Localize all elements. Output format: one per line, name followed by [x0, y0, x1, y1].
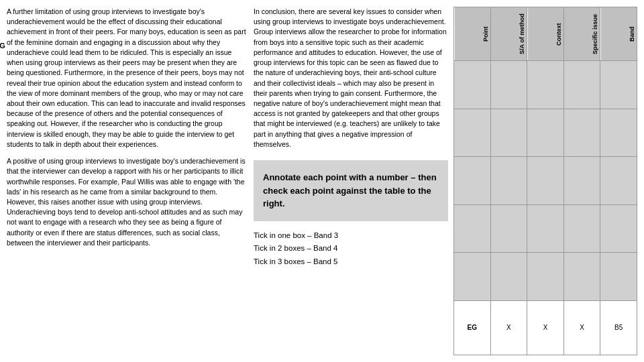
left-paragraph-1: A further limitation of using group inte… — [7, 7, 248, 149]
left-text: A further limitation of using group inte… — [7, 7, 248, 255]
table-row — [454, 204, 637, 253]
cell — [564, 253, 600, 301]
col-header-context: Context — [527, 7, 564, 61]
eg-row-band: B5 — [600, 300, 637, 355]
tick-info: Tick in one box – Band 3 Tick in 2 boxes… — [254, 229, 448, 269]
cell — [527, 253, 564, 301]
cell — [564, 204, 600, 253]
cell — [600, 204, 637, 253]
cell — [454, 109, 491, 157]
cell — [490, 204, 527, 253]
table-row — [454, 253, 637, 301]
tick-line-2: Tick in 2 boxes – Band 4 — [254, 242, 448, 255]
cell — [564, 61, 600, 109]
cell — [564, 157, 600, 205]
col-header-specific: Specific issue — [564, 7, 600, 61]
table-eg-row: EG X X X B5 — [454, 300, 637, 355]
cell — [454, 61, 491, 109]
main-container: EG A further limitation of using group i… — [0, 0, 644, 362]
table-row — [454, 109, 637, 157]
cell — [527, 157, 564, 205]
middle-column: In conclusion, there are several key iss… — [254, 7, 448, 355]
eg-row-method: X — [490, 300, 527, 355]
cell — [527, 61, 564, 109]
eg-label: EG — [0, 42, 5, 50]
right-column: Point S/A of method Context Specific iss… — [453, 7, 637, 355]
cell — [600, 157, 637, 205]
col-header-point: Point — [454, 7, 491, 61]
cell — [564, 109, 600, 157]
cell — [527, 109, 564, 157]
cell — [454, 157, 491, 205]
eg-row-label: EG — [454, 300, 491, 355]
col-header-method: S/A of method — [490, 7, 527, 61]
table-row — [454, 61, 637, 109]
tick-line-3: Tick in 3 boxes – Band 5 — [254, 255, 448, 269]
table-header-row: Point S/A of method Context Specific iss… — [454, 7, 637, 61]
cell — [600, 109, 637, 157]
cell — [490, 109, 527, 157]
cell — [490, 253, 527, 301]
cell — [600, 61, 637, 109]
cell — [490, 157, 527, 205]
cell — [527, 204, 564, 253]
cell — [454, 204, 491, 253]
cell — [600, 253, 637, 301]
grading-table: Point S/A of method Context Specific iss… — [453, 7, 637, 355]
eg-row-context: X — [527, 300, 564, 355]
table-row — [454, 157, 637, 205]
mid-main-text: In conclusion, there are several key iss… — [254, 7, 448, 149]
left-paragraph-2: A positive of using group interviews to … — [7, 156, 248, 248]
col-header-band: Band — [600, 7, 637, 61]
annotate-box: Annotate each point with a number – then… — [254, 160, 448, 221]
left-column: EG A further limitation of using group i… — [7, 7, 248, 355]
cell — [490, 61, 527, 109]
cell — [454, 253, 491, 301]
tick-line-1: Tick in one box – Band 3 — [254, 229, 448, 243]
eg-row-specific: X — [564, 300, 600, 355]
